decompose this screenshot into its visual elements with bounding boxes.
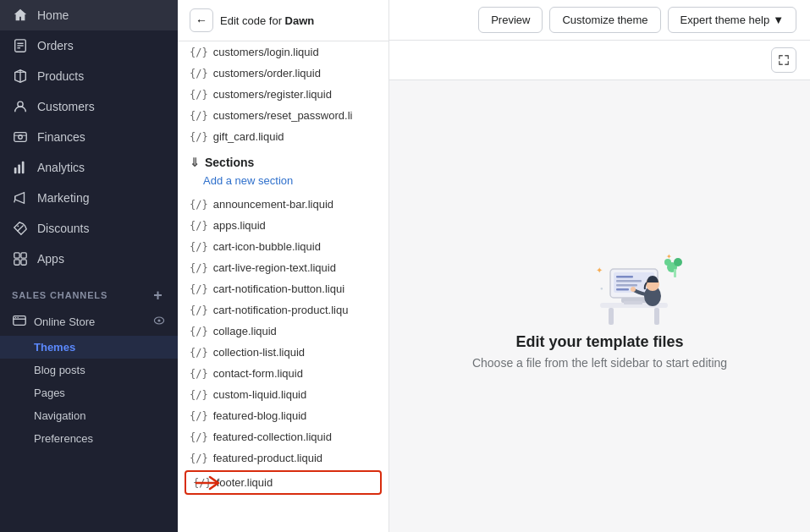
svg-rect-28: [654, 308, 659, 325]
file-item-order[interactable]: {/} customers/order.liquid: [178, 63, 388, 84]
file-item-featured-product[interactable]: {/} featured-product.liquid: [178, 447, 388, 469]
file-item-apps[interactable]: {/} apps.liquid: [178, 215, 388, 236]
file-item-custom-liquid[interactable]: {/} custom-liquid.liquid: [178, 384, 388, 405]
file-name: customers/reset_password.li: [213, 109, 353, 122]
preferences-label: Preferences: [34, 432, 93, 445]
file-name: customers/register.liquid: [213, 88, 332, 101]
nav-item-customers[interactable]: Customers: [0, 91, 178, 122]
file-item-featured-blog[interactable]: {/} featured-blog.liquid: [178, 405, 388, 426]
analytics-icon: [12, 159, 29, 176]
liquid-icon: {/}: [190, 241, 208, 253]
file-panel: ← Edit code for Dawn {/} customers/login…: [178, 0, 389, 532]
file-item-collage[interactable]: {/} collage.liquid: [178, 321, 388, 342]
customers-icon: [12, 98, 29, 115]
file-item-login[interactable]: {/} customers/login.liquid: [178, 41, 388, 63]
add-sales-channel-btn[interactable]: +: [151, 288, 166, 303]
file-item-featured-collection[interactable]: {/} featured-collection.liquid: [178, 426, 388, 447]
svg-point-15: [17, 225, 19, 227]
eye-icon[interactable]: [152, 314, 166, 330]
liquid-icon: {/}: [190, 262, 208, 274]
svg-rect-34: [616, 280, 642, 282]
liquid-icon: {/}: [190, 47, 208, 58]
svg-point-42: [674, 258, 682, 266]
editor-top-bar: [389, 41, 810, 80]
svg-rect-20: [21, 260, 26, 265]
svg-text:✦: ✦: [666, 253, 672, 261]
liquid-icon: {/}: [190, 410, 208, 422]
preview-button[interactable]: Preview: [478, 7, 543, 33]
nav-item-analytics[interactable]: Analytics: [0, 152, 178, 183]
file-item-cart-live-region[interactable]: {/} cart-live-region-text.liquid: [178, 257, 388, 278]
nav-item-finances[interactable]: Finances: [0, 122, 178, 152]
back-arrow-icon: ←: [196, 14, 207, 27]
file-item-cart-notification-product[interactable]: {/} cart-notification-product.liqu: [178, 299, 388, 321]
liquid-icon: {/}: [190, 199, 208, 211]
file-name: customers/order.liquid: [213, 67, 321, 80]
svg-rect-7: [14, 133, 26, 142]
svg-rect-10: [14, 167, 17, 173]
file-item-collection-list[interactable]: {/} collection-list.liquid: [178, 342, 388, 363]
liquid-icon: {/}: [190, 283, 208, 295]
sections-header: ⇓ Sections: [178, 147, 388, 173]
svg-rect-35: [616, 284, 637, 287]
file-item-cart-icon-bubble[interactable]: {/} cart-icon-bubble.liquid: [178, 236, 388, 257]
online-store-label: Online Store: [34, 315, 95, 328]
file-item-gift-card[interactable]: {/} gift_card.liquid: [178, 126, 388, 147]
expand-button[interactable]: [771, 47, 796, 73]
nav-item-marketing[interactable]: Marketing: [0, 183, 178, 213]
home-icon: [12, 7, 29, 24]
add-new-section-link[interactable]: Add a new section: [178, 173, 388, 194]
pages-label: Pages: [34, 387, 65, 399]
svg-point-25: [157, 319, 160, 321]
file-name: cart-live-region-text.liquid: [213, 261, 336, 274]
products-icon: [12, 68, 29, 85]
sub-nav-blog-posts[interactable]: Blog posts: [0, 359, 178, 381]
expert-help-button[interactable]: Expert theme help ▼: [668, 7, 796, 33]
svg-point-23: [17, 317, 18, 318]
sections-label: Sections: [205, 156, 254, 169]
dropdown-arrow-icon: ▼: [773, 14, 784, 26]
nav-item-home[interactable]: Home: [0, 0, 178, 30]
back-button[interactable]: ←: [190, 8, 213, 32]
svg-rect-11: [18, 164, 20, 173]
file-item-announcement-bar[interactable]: {/} announcement-bar.liquid: [178, 194, 388, 215]
navigation-label: Navigation: [34, 409, 85, 422]
empty-state-illustration: ✦ ✦ ●: [549, 244, 651, 320]
file-item-contact-form[interactable]: {/} contact-form.liquid: [178, 363, 388, 384]
nav-label-marketing: Marketing: [37, 191, 166, 205]
nav-item-orders[interactable]: Orders: [0, 30, 178, 61]
blog-posts-label: Blog posts: [34, 364, 85, 376]
file-name: cart-notification-product.liqu: [213, 304, 349, 316]
empty-state-text: Edit your template files Choose a file f…: [472, 333, 727, 370]
liquid-icon: {/}: [190, 431, 208, 443]
nav-item-products[interactable]: Products: [0, 61, 178, 91]
file-name: collage.liquid: [213, 325, 277, 337]
file-item-reset-password[interactable]: {/} customers/reset_password.li: [178, 105, 388, 126]
liquid-icon: {/}: [190, 304, 208, 316]
sub-nav-themes[interactable]: Themes: [0, 336, 178, 359]
liquid-icon: {/}: [190, 452, 208, 464]
editor-content: ✦ ✦ ● Edit your template files Choose a …: [389, 80, 810, 532]
sub-nav-navigation[interactable]: Navigation: [0, 404, 178, 427]
themes-label: Themes: [34, 341, 75, 354]
nav-item-discounts[interactable]: Discounts: [0, 213, 178, 244]
sub-nav-pages[interactable]: Pages: [0, 381, 178, 404]
sub-nav-preferences[interactable]: Preferences: [0, 427, 178, 450]
svg-rect-19: [14, 260, 19, 265]
svg-point-39: [631, 287, 636, 292]
file-panel-title: Edit code for Dawn: [220, 14, 314, 27]
editor-panel: Preview Customize theme Expert theme hel…: [389, 0, 810, 532]
svg-text:●: ●: [600, 286, 603, 291]
online-store-icon: [12, 313, 27, 331]
svg-rect-44: [674, 269, 676, 277]
svg-rect-36: [616, 288, 629, 291]
nav-item-apps[interactable]: Apps: [0, 244, 178, 274]
file-name: collection-list.liquid: [213, 346, 305, 359]
nav-label-customers: Customers: [37, 100, 166, 113]
online-store-row[interactable]: Online Store: [0, 308, 178, 336]
file-item-register[interactable]: {/} customers/register.liquid: [178, 84, 388, 105]
file-item-cart-notification-button[interactable]: {/} cart-notification-button.liqui: [178, 278, 388, 299]
customize-theme-button[interactable]: Customize theme: [549, 7, 660, 33]
svg-rect-12: [22, 162, 25, 173]
marketing-icon: [12, 189, 29, 206]
